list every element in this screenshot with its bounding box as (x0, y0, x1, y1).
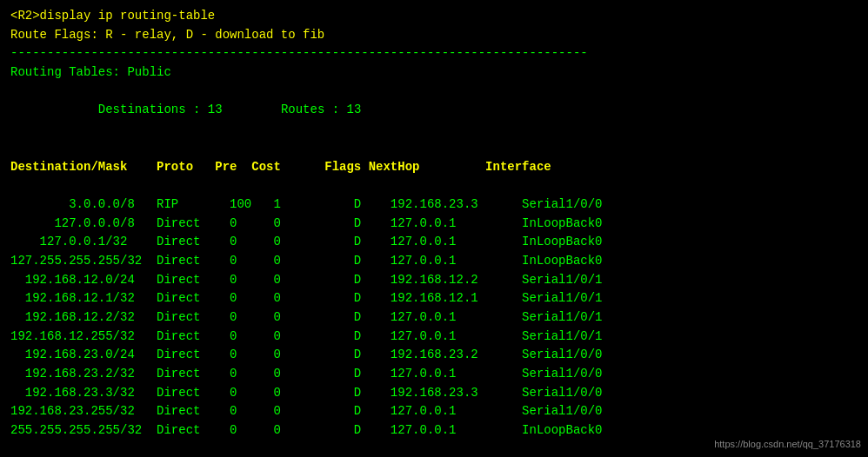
blank-line-2 (10, 176, 858, 195)
routing-tables-label: Routing Tables: Public (10, 63, 858, 83)
table-row: 192.168.23.0/24 Direct 0 0 D 192.168.23.… (10, 346, 858, 365)
destinations-label: Destinations : 13 (40, 103, 223, 116)
table-row: 127.255.255.255/32 Direct 0 0 D 127.0.0.… (10, 252, 858, 271)
column-header: Destination/Mask Proto Pre Cost Flags Ne… (10, 158, 858, 177)
table-row: 192.168.12.0/24 Direct 0 0 D 192.168.12.… (10, 271, 858, 290)
table-row: 192.168.23.2/32 Direct 0 0 D 127.0.0.1 S… (10, 365, 858, 384)
separator: ----------------------------------------… (10, 44, 858, 63)
flags-line: Route Flags: R - relay, D - download to … (10, 26, 858, 45)
routes-label: Routes : 13 (281, 103, 361, 116)
table-row: 192.168.12.255/32 Direct 0 0 D 127.0.0.1… (10, 328, 858, 347)
table-row: 127.0.0.1/32 Direct 0 0 D 127.0.0.1 InLo… (10, 233, 858, 252)
table-row: 192.168.12.2/32 Direct 0 0 D 127.0.0.1 S… (10, 308, 858, 328)
table-row: 192.168.23.3/32 Direct 0 0 D 192.168.23.… (10, 384, 858, 403)
table-row: 192.168.23.255/32 Direct 0 0 D 127.0.0.1… (10, 402, 858, 421)
blank-line-1 (10, 139, 858, 158)
prompt-line: <R2>display ip routing-table (10, 7, 858, 26)
destinations-routes-line: Destinations : 13 Routes : 13 (10, 83, 858, 139)
table-row: 3.0.0.0/8 RIP 100 1 D 192.168.23.3 Seria… (10, 195, 858, 215)
table-row: 127.0.0.0/8 Direct 0 0 D 127.0.0.1 InLoo… (10, 215, 858, 234)
routing-table: 3.0.0.0/8 RIP 100 1 D 192.168.23.3 Seria… (10, 195, 858, 440)
terminal: <R2>display ip routing-table Route Flags… (0, 0, 868, 457)
watermark: https://blog.csdn.net/qq_37176318 (714, 437, 861, 452)
table-row: 192.168.12.1/32 Direct 0 0 D 192.168.12.… (10, 289, 858, 308)
